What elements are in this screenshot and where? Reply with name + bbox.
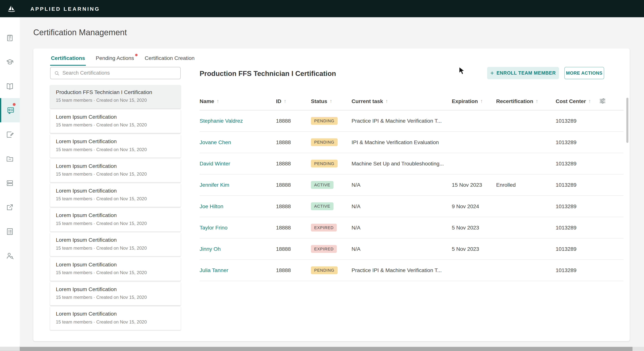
sidebar-item-equipment[interactable] bbox=[0, 171, 20, 195]
certification-title: Lorem Ipsum Certification bbox=[56, 114, 175, 120]
member-id: 18888 bbox=[276, 246, 311, 252]
certification-list-item[interactable]: Production FFS Technician I Certificatio… bbox=[50, 85, 181, 108]
notification-dot bbox=[13, 103, 16, 106]
status-badge: ACTIVE bbox=[311, 202, 334, 210]
certification-list-item[interactable]: Lorem Ipsum Certification 15 team member… bbox=[50, 110, 181, 133]
certification-title: Lorem Ipsum Certification bbox=[56, 311, 175, 317]
certification-list-item[interactable]: Lorem Ipsum Certification 15 team member… bbox=[50, 208, 181, 232]
column-header-label: Name bbox=[200, 98, 214, 104]
member-name-link[interactable]: Taylor Frino bbox=[200, 225, 276, 231]
sidebar-item-export[interactable] bbox=[0, 195, 20, 219]
sidebar-item-checklist[interactable] bbox=[0, 219, 20, 243]
column-header[interactable]: Status ↑ bbox=[311, 98, 352, 104]
status-cell: ACTIVE bbox=[311, 202, 352, 210]
table-row: Julia Tanner 18888 PENDING Practice IPI … bbox=[200, 260, 624, 281]
status-cell: PENDING bbox=[311, 266, 352, 274]
sidebar-item-certifications[interactable] bbox=[0, 98, 20, 122]
app-logo bbox=[0, 4, 23, 13]
status-badge: PENDING bbox=[311, 117, 338, 125]
cost-center: 1013289 bbox=[556, 203, 606, 209]
certification-list-item[interactable]: Lorem Ipsum Certification 15 team member… bbox=[50, 233, 181, 256]
certification-meta: 15 team members · Created on Nov 15, 202… bbox=[56, 122, 175, 127]
certification-list-item[interactable]: Lorem Ipsum Certification 15 team member… bbox=[50, 184, 181, 207]
sidebar-item-people[interactable] bbox=[0, 243, 20, 268]
column-header[interactable]: Recertification ↑ bbox=[496, 98, 556, 104]
table-row: Jennifer Kim 18888 ACTIVE N/A 15 Nov 202… bbox=[200, 174, 624, 196]
folder-icon bbox=[6, 154, 14, 163]
column-header[interactable]: ID ↑ bbox=[276, 98, 311, 104]
search-certifications-box bbox=[50, 67, 181, 79]
member-name-link[interactable]: Stephanie Valdrez bbox=[200, 118, 276, 124]
member-id: 18888 bbox=[276, 182, 311, 188]
certificate-icon bbox=[6, 106, 15, 114]
server-icon bbox=[6, 179, 14, 187]
table-row: Taylor Frino 18888 EXPIRED N/A 5 Nov 202… bbox=[200, 217, 624, 238]
column-header-label: ID bbox=[276, 98, 281, 104]
sidebar-item-folders[interactable] bbox=[0, 147, 20, 171]
more-actions-button[interactable]: MORE ACTIONS bbox=[564, 67, 604, 79]
current-task: IPI & Machine Verification Evaluation bbox=[352, 139, 452, 145]
certification-meta: 15 team members · Created on Nov 15, 202… bbox=[56, 196, 175, 201]
search-input[interactable] bbox=[62, 70, 177, 76]
column-header[interactable]: Current task ↑ bbox=[352, 98, 452, 104]
column-header-label: Current task bbox=[352, 98, 383, 104]
graduation-cap-icon bbox=[6, 58, 14, 66]
enroll-team-member-button[interactable]: + ENROLL TEAM MEMBER bbox=[487, 67, 559, 79]
certification-list: Production FFS Technician I Certificatio… bbox=[50, 85, 181, 331]
certification-list-item[interactable]: Lorem Ipsum Certification 15 team member… bbox=[50, 159, 181, 182]
member-name-link[interactable]: David Winter bbox=[200, 161, 276, 167]
column-header[interactable]: Cost Center ↑ bbox=[556, 98, 606, 104]
tab-bar: Certifications Pending Actions Certifica… bbox=[50, 54, 196, 66]
member-name-link[interactable]: Julia Tanner bbox=[200, 267, 276, 273]
member-name-link[interactable]: Jovane Chen bbox=[200, 139, 276, 145]
certification-title: Lorem Ipsum Certification bbox=[56, 138, 175, 144]
sort-arrow-icon: ↑ bbox=[216, 98, 219, 104]
horizontal-scrollbar-thumb[interactable] bbox=[20, 347, 632, 351]
certification-meta: 15 team members · Created on Nov 15, 202… bbox=[56, 147, 175, 152]
status-cell: ACTIVE bbox=[311, 181, 352, 189]
tab-label: Certifications bbox=[51, 55, 85, 61]
cost-center: 1013289 bbox=[556, 267, 606, 273]
sort-arrow-icon: ↑ bbox=[386, 98, 388, 104]
app-title: APPLIED LEARNING bbox=[30, 5, 100, 12]
certification-meta: 15 team members · Created on Nov 15, 202… bbox=[56, 270, 175, 275]
certification-meta: 15 team members · Created on Nov 15, 202… bbox=[56, 319, 175, 324]
sidebar-item-learning[interactable] bbox=[0, 50, 20, 74]
sidebar-item-clipboard[interactable] bbox=[0, 25, 20, 50]
member-name-link[interactable]: Joe Hilton bbox=[200, 203, 276, 209]
cost-center: 1013289 bbox=[556, 246, 606, 252]
certification-list-item[interactable]: Lorem Ipsum Certification 15 team member… bbox=[50, 282, 181, 305]
clipboard-icon bbox=[6, 33, 14, 42]
member-id: 18888 bbox=[276, 203, 311, 209]
tab-certifications[interactable]: Certifications bbox=[50, 54, 86, 66]
current-task: Machine Set Up and Troubleshooting... bbox=[352, 161, 452, 167]
column-settings-button[interactable] bbox=[599, 97, 606, 106]
column-header[interactable]: Expiration ↑ bbox=[452, 98, 496, 104]
column-header[interactable]: Name ↑ bbox=[200, 98, 276, 104]
member-name-link[interactable]: Jinny Oh bbox=[200, 246, 276, 252]
status-cell: PENDING bbox=[311, 117, 352, 125]
certification-list-item[interactable]: Lorem Ipsum Certification 15 team member… bbox=[50, 134, 181, 157]
current-task: N/A bbox=[352, 203, 452, 209]
expiration-date: 5 Nov 2023 bbox=[452, 225, 496, 231]
recertification-status: Enrolled bbox=[496, 182, 556, 188]
application-window: APPLIED LEARNING bbox=[0, 0, 644, 351]
sidebar-item-assessments[interactable] bbox=[0, 122, 20, 147]
certification-list-item[interactable]: Lorem Ipsum Certification 15 team member… bbox=[50, 307, 181, 330]
member-name-link[interactable]: Jennifer Kim bbox=[200, 182, 276, 188]
sort-arrow-icon: ↑ bbox=[480, 98, 483, 104]
certification-list-item[interactable]: Lorem Ipsum Certification 15 team member… bbox=[50, 257, 181, 281]
tab-certification-creation[interactable]: Certification Creation bbox=[144, 54, 195, 66]
sidebar-nav bbox=[0, 17, 20, 347]
horizontal-scrollbar[interactable] bbox=[0, 347, 644, 351]
certification-meta: 15 team members · Created on Nov 15, 202… bbox=[56, 295, 175, 300]
expiration-date: 5 Nov 2023 bbox=[452, 246, 496, 252]
column-header-label: Recertification bbox=[496, 98, 533, 104]
cost-center: 1013289 bbox=[556, 139, 606, 145]
current-task: Practice IPI & Machine Verification T... bbox=[352, 267, 452, 273]
sidebar-item-library[interactable] bbox=[0, 74, 20, 98]
tab-pending-actions[interactable]: Pending Actions bbox=[95, 54, 135, 66]
certification-meta: 15 team members · Created on Nov 15, 202… bbox=[56, 221, 175, 226]
status-cell: EXPIRED bbox=[311, 224, 352, 231]
vertical-scrollbar-thumb[interactable] bbox=[626, 98, 628, 143]
